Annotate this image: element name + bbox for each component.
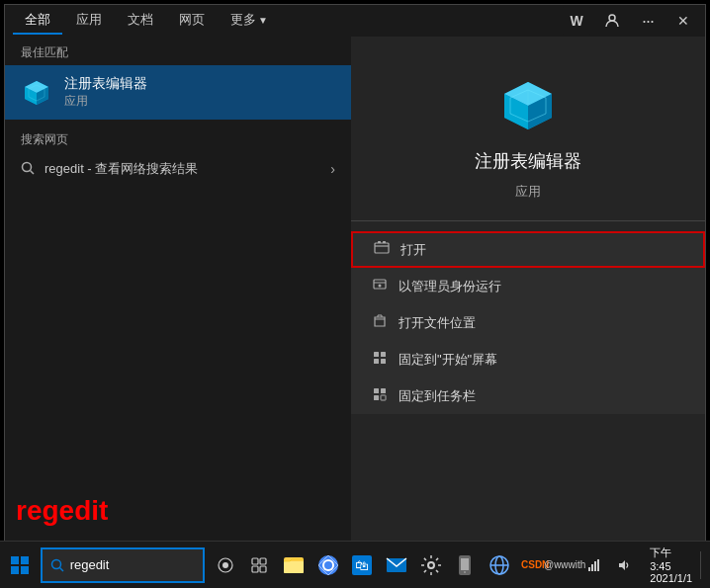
svg-rect-19 — [374, 352, 379, 357]
show-desktop-button[interactable] — [700, 551, 706, 579]
clock-area[interactable]: 下午 3:45 2021/1/1 — [644, 546, 698, 584]
svg-rect-49 — [461, 558, 469, 570]
svg-rect-25 — [374, 395, 379, 400]
context-menu-run-admin[interactable]: 以管理员身份运行 — [351, 268, 705, 304]
taskbar-mail[interactable] — [381, 546, 413, 585]
search-web-text: regedit - 查看网络搜索结果 — [44, 160, 198, 178]
best-match-item[interactable]: 注册表编辑器 应用 — [5, 65, 351, 120]
tab-web[interactable]: 网页 — [167, 7, 217, 35]
app-icon-svg — [496, 76, 560, 139]
menu-divider — [351, 220, 705, 221]
taskbar-chrome[interactable] — [311, 546, 344, 585]
search-web-header: 搜索网页 — [5, 120, 351, 152]
chrome-icon — [316, 553, 340, 577]
search-web-icon — [21, 161, 35, 178]
svg-point-47 — [428, 562, 434, 568]
taskbar-right: CSDN @wwwith 下午 3:45 — [517, 546, 706, 584]
user-icon — [604, 13, 620, 29]
tray-volume[interactable] — [610, 551, 638, 579]
annotation-regedit: regedit — [16, 495, 108, 527]
tab-bar: 全部 应用 文档 网页 更多 ▼ — [13, 7, 280, 35]
taskbar-settings[interactable] — [414, 546, 447, 585]
taskbar-explorer[interactable] — [278, 546, 311, 585]
tray-network[interactable] — [580, 551, 608, 579]
svg-rect-28 — [21, 556, 29, 564]
start-button[interactable] — [4, 546, 37, 585]
svg-rect-54 — [588, 567, 590, 571]
svg-rect-30 — [21, 566, 29, 574]
taskbar-search-box[interactable]: regedit — [41, 547, 206, 583]
svg-rect-37 — [252, 566, 258, 572]
pin-start-label: 固定到"开始"屏幕 — [399, 351, 497, 369]
title-bar: 全部 应用 文档 网页 更多 ▼ W ··· ✕ — [5, 5, 705, 37]
search-web-item[interactable]: regedit - 查看网络搜索结果 › — [5, 152, 351, 186]
open-location-label: 打开文件位置 — [399, 314, 476, 332]
tab-docs[interactable]: 文档 — [116, 7, 165, 35]
svg-rect-22 — [381, 359, 386, 364]
svg-point-18 — [379, 285, 382, 288]
context-menu-open[interactable]: 打开 — [351, 231, 705, 268]
search-web-arrow: › — [330, 161, 335, 177]
context-menu: 打开 以管理员身份运行 — [351, 231, 705, 414]
open-label: 打开 — [400, 241, 426, 259]
taskbar-search-icon — [50, 558, 64, 572]
best-match-title: 注册表编辑器 — [64, 75, 147, 93]
close-button[interactable]: ✕ — [669, 7, 697, 35]
admin-icon — [371, 277, 389, 295]
taskbar-store[interactable]: 🛍 — [346, 546, 379, 585]
tab-more[interactable]: 更多 ▼ — [219, 7, 280, 35]
svg-rect-26 — [381, 395, 386, 400]
svg-rect-35 — [252, 558, 258, 564]
context-menu-open-location[interactable]: 打开文件位置 — [351, 304, 705, 341]
svg-rect-16 — [383, 241, 386, 243]
title-actions: W ··· ✕ — [563, 7, 697, 35]
taskview-icon — [217, 556, 234, 574]
user-button[interactable] — [598, 7, 626, 35]
clock-time: 下午 3:45 — [650, 546, 692, 572]
svg-rect-23 — [374, 388, 379, 393]
volume-tray-icon — [617, 558, 631, 572]
taskbar-app2[interactable] — [483, 546, 515, 585]
taskbar-app1[interactable] — [449, 546, 482, 585]
svg-rect-20 — [381, 352, 386, 357]
taskbar: regedit 🛍 — [0, 541, 710, 588]
svg-rect-15 — [378, 241, 381, 243]
w-button[interactable]: W — [563, 7, 590, 35]
store-icon: 🛍 — [350, 553, 374, 577]
pin-start-icon — [371, 350, 389, 369]
svg-rect-27 — [11, 556, 19, 564]
mail-icon — [385, 553, 408, 577]
widgets-button[interactable] — [243, 546, 276, 585]
best-match-text: 注册表编辑器 应用 — [64, 75, 147, 110]
pin-taskbar-icon — [371, 386, 389, 405]
open-icon — [373, 240, 391, 259]
context-menu-pin-taskbar[interactable]: 固定到任务栏 — [351, 378, 705, 414]
svg-point-50 — [464, 571, 466, 573]
tab-apps[interactable]: 应用 — [64, 7, 114, 35]
app-icon-large — [496, 76, 560, 139]
svg-rect-14 — [375, 243, 389, 253]
loop-icon — [21, 161, 35, 175]
svg-rect-40 — [284, 561, 304, 573]
phone-icon — [453, 553, 477, 577]
more-button[interactable]: ··· — [634, 7, 662, 35]
clock-date: 2021/1/1 — [650, 572, 692, 584]
location-icon — [371, 313, 389, 332]
misc-text: @wwwith — [544, 559, 585, 570]
network-icon — [488, 553, 511, 577]
search-web-left: regedit - 查看网络搜索结果 — [21, 160, 198, 178]
context-menu-pin-start[interactable]: 固定到"开始"屏幕 — [351, 341, 705, 378]
left-panel: 最佳匹配 注册表编辑器 应用 — [5, 37, 351, 542]
app-detail: 注册表编辑器 应用 — [351, 37, 705, 220]
taskbar-search-text: regedit — [70, 557, 110, 572]
run-admin-label: 以管理员身份运行 — [399, 278, 501, 295]
svg-rect-56 — [594, 561, 596, 571]
pin-taskbar-label: 固定到任务栏 — [399, 387, 476, 405]
settings-icon — [419, 553, 443, 577]
tray-misc: @wwwith — [551, 551, 578, 579]
tab-all[interactable]: 全部 — [13, 7, 62, 35]
widgets-icon — [250, 556, 268, 574]
explorer-icon — [282, 553, 306, 577]
taskview-button[interactable] — [209, 546, 241, 585]
svg-rect-21 — [374, 359, 379, 364]
